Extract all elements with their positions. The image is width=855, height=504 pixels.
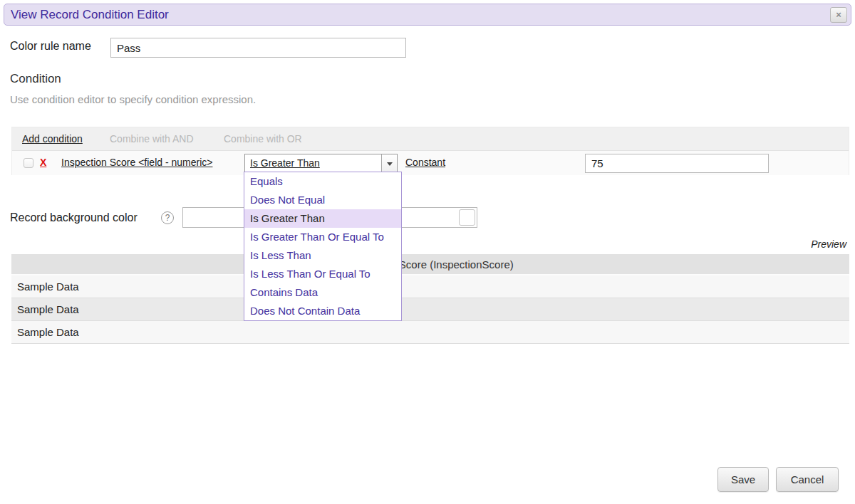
dropdown-option-selected[interactable]: Is Greater Than	[244, 209, 401, 228]
dropdown-option[interactable]: Is Less Than	[244, 246, 401, 265]
condition-description: Use condition editor to specify conditio…	[10, 93, 256, 105]
condition-heading: Condition	[10, 72, 61, 86]
operator-dropdown-list: Equals Does Not Equal Is Greater Than Is…	[244, 172, 402, 321]
table-row: Sample Data	[11, 298, 849, 321]
help-icon[interactable]: ?	[161, 211, 174, 224]
dialog-titlebar: View Record Condition Editor ×	[4, 4, 851, 26]
condition-field-link[interactable]: Inspection Score <field - numeric>	[61, 157, 212, 168]
dialog-title: View Record Condition Editor	[11, 8, 169, 21]
combine-with-or-link: Combine with OR	[224, 127, 302, 150]
operand-type-link[interactable]: Constant	[405, 157, 445, 168]
operator-select[interactable]: Is Greater Than	[244, 154, 398, 173]
color-swatch-button[interactable]	[459, 209, 475, 226]
preview-label: Preview	[811, 238, 846, 250]
preview-table: Inspection Score (InspectionScore) Sampl…	[11, 254, 849, 344]
constant-value-input[interactable]	[585, 154, 769, 173]
table-row: Sample Data	[11, 275, 849, 298]
dropdown-option[interactable]: Does Not Contain Data	[244, 302, 401, 320]
dropdown-option[interactable]: Does Not Equal	[244, 191, 401, 209]
dialog-view-record-condition-editor: View Record Condition Editor × Color rul…	[0, 0, 855, 504]
dropdown-option[interactable]: Is Less Than Or Equal To	[244, 265, 401, 283]
save-button[interactable]: Save	[717, 467, 769, 492]
table-row: Sample Data	[11, 321, 849, 344]
condition-row: X Inspection Score <field - numeric> Is …	[12, 150, 849, 175]
dropdown-option[interactable]: Contains Data	[244, 283, 401, 302]
chevron-down-icon[interactable]	[381, 154, 397, 172]
close-icon[interactable]: ×	[830, 7, 847, 23]
color-rule-name-input[interactable]	[110, 38, 406, 58]
cancel-button[interactable]: Cancel	[776, 467, 839, 492]
condition-toolbar: Add condition Combine with AND Combine w…	[12, 127, 849, 150]
condition-row-checkbox[interactable]	[24, 158, 33, 168]
condition-panel: Add condition Combine with AND Combine w…	[11, 127, 849, 175]
combine-with-and-link: Combine with AND	[110, 127, 194, 150]
dropdown-option[interactable]: Equals	[244, 172, 401, 191]
color-rule-name-label: Color rule name	[10, 40, 91, 53]
dropdown-option[interactable]: Is Greater Than Or Equal To	[244, 228, 401, 246]
record-background-color-label: Record background color	[10, 211, 138, 224]
add-condition-link[interactable]: Add condition	[22, 127, 83, 150]
delete-condition-icon[interactable]: X	[40, 157, 46, 168]
preview-table-header: Inspection Score (InspectionScore)	[11, 254, 849, 275]
operator-select-value: Is Greater Than	[250, 157, 320, 169]
